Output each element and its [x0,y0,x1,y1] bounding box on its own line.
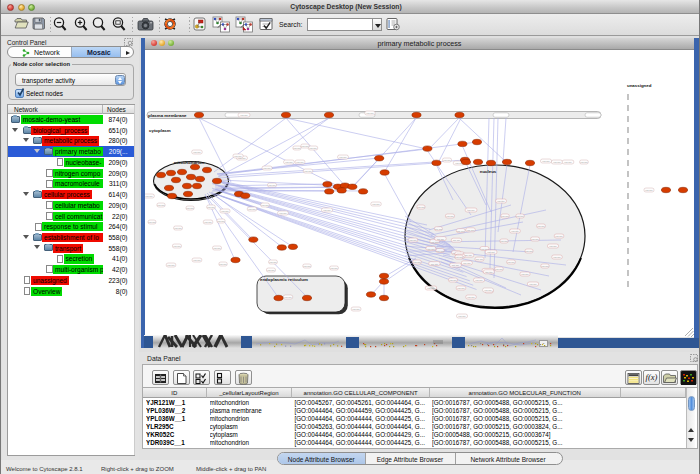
svg-text:(xx xx): (xx xx) [285,161,293,164]
svg-text:(xx xx): (xx xx) [495,268,503,271]
svg-text:(xx xx): (xx xx) [580,161,588,164]
svg-text:(xx xx): (xx xx) [541,265,549,268]
svg-text:(xx xx): (xx xx) [521,273,529,276]
svg-text:(xx xx): (xx xx) [417,206,425,209]
svg-text:(xx xx): (xx xx) [330,267,338,270]
svg-text:(xx xx): (xx xx) [173,245,181,248]
svg-text:(xx xx): (xx xx) [303,265,311,268]
svg-text:(xx xx): (xx xx) [467,209,475,212]
svg-text:(xx xx): (xx xx) [167,264,175,267]
svg-text:(xx xx): (xx xx) [516,215,524,218]
svg-text:(xx xx): (xx xx) [645,189,653,192]
svg-text:(xx xx): (xx xx) [449,279,457,282]
svg-text:(xx xx): (xx xx) [186,207,194,210]
svg-text:(xx xx): (xx xx) [458,315,466,318]
svg-text:(xx xx): (xx xx) [267,269,275,272]
svg-text:(xx xx): (xx xx) [269,261,277,264]
svg-text:(xx xx): (xx xx) [476,258,484,261]
svg-text:(xx xx): (xx xx) [323,209,331,212]
svg-text:(xx xx): (xx xx) [549,245,557,248]
svg-text:(xx xx): (xx xx) [372,203,380,206]
svg-text:(xx xx): (xx xx) [437,238,445,241]
svg-text:(xx xx): (xx xx) [457,230,465,233]
svg-text:(xx xx): (xx xx) [413,261,421,264]
svg-text:(xx xx): (xx xx) [148,221,156,224]
svg-text:(xx xx): (xx xx) [339,156,347,159]
svg-text:(xx xx): (xx xx) [174,227,182,230]
svg-text:(xx xx): (xx xx) [431,263,439,266]
svg-text:(xx xx): (xx xx) [193,151,201,154]
svg-text:(xx xx): (xx xx) [463,262,471,265]
svg-text:(xx xx): (xx xx) [296,161,304,164]
svg-text:(xx xx): (xx xx) [221,210,229,213]
svg-text:(xx xx): (xx xx) [465,254,473,257]
svg-text:(xx xx): (xx xx) [487,251,495,254]
svg-text:(xx xx): (xx xx) [542,160,550,163]
svg-text:(xx xx): (xx xx) [217,220,225,223]
svg-text:(xx xx): (xx xx) [452,264,460,267]
svg-text:(xx xx): (xx xx) [157,204,165,207]
svg-text:(xx xx): (xx xx) [507,261,515,264]
svg-text:(xx xx): (xx xx) [457,287,465,290]
svg-text:(xx xx): (xx xx) [453,239,461,242]
svg-text:(xx xx): (xx xx) [467,296,475,299]
svg-text:(xx xx): (xx xx) [553,256,561,259]
svg-text:unassigned: unassigned [627,83,652,88]
svg-text:(xx xx): (xx xx) [145,195,153,198]
svg-text:(xx xx): (xx xx) [263,167,271,170]
svg-text:(xx xx): (xx xx) [511,230,519,233]
svg-text:(xx xx): (xx xx) [436,250,444,253]
svg-text:(xx xx): (xx xx) [366,112,374,115]
svg-text:(xx xx): (xx xx) [207,206,215,209]
svg-text:(xx xx): (xx xx) [304,170,312,173]
svg-text:(xx xx): (xx xx) [501,215,509,218]
svg-text:(xx xx): (xx xx) [497,200,505,203]
svg-text:(xx xx): (xx xx) [219,263,227,266]
svg-text:(xx xx): (xx xx) [409,239,417,242]
svg-text:(xx xx): (xx xx) [427,287,435,290]
svg-text:(xx xx): (xx xx) [293,147,301,150]
svg-text:(xx xx): (xx xx) [467,229,475,232]
svg-text:(xx xx): (xx xx) [261,204,269,207]
svg-text:(xx xx): (xx xx) [525,250,533,253]
svg-text:(xx xx): (xx xx) [553,161,561,164]
svg-text:(xx xx): (xx xx) [352,308,360,311]
svg-text:(xx xx): (xx xx) [537,225,545,228]
svg-text:(xx xx): (xx xx) [455,256,463,259]
svg-text:(xx xx): (xx xx) [564,161,572,164]
svg-text:mitochondrion: mitochondrion [174,160,205,165]
svg-text:nucleus: nucleus [480,169,497,174]
svg-text:(xx xx): (xx xx) [427,248,435,251]
svg-text:(xx xx): (xx xx) [284,296,292,299]
svg-text:(xx xx): (xx xx) [240,114,248,117]
svg-text:(xx xx): (xx xx) [446,215,454,218]
svg-text:cytoplasm: cytoplasm [149,128,171,133]
svg-text:(xx xx): (xx xx) [248,208,256,211]
svg-text:(xx xx): (xx xx) [309,147,317,150]
svg-text:(xx xx): (xx xx) [485,271,493,274]
svg-text:(xx xx): (xx xx) [529,283,537,286]
svg-text:(xx xx): (xx xx) [234,155,242,158]
svg-text:(xx xx): (xx xx) [555,235,563,238]
svg-text:(xx xx): (xx xx) [193,259,201,262]
svg-text:endoplasmic reticulum: endoplasmic reticulum [260,277,308,282]
svg-text:(xx xx): (xx xx) [279,212,287,215]
svg-text:(xx xx): (xx xx) [443,159,451,162]
svg-text:(xx xx): (xx xx) [268,184,276,187]
svg-text:(xx xx): (xx xx) [431,241,439,244]
svg-text:(xx xx): (xx xx) [204,221,212,224]
svg-text:(xx xx): (xx xx) [475,279,483,282]
svg-text:(xx xx): (xx xx) [484,289,492,292]
svg-text:(xx xx): (xx xx) [500,240,508,243]
svg-text:(xx xx): (xx xx) [213,247,221,250]
svg-text:(xx xx): (xx xx) [435,228,443,231]
svg-text:plasma membrane: plasma membrane [148,113,187,118]
svg-text:(xx xx): (xx xx) [531,238,539,241]
svg-text:(xx xx): (xx xx) [301,145,309,148]
